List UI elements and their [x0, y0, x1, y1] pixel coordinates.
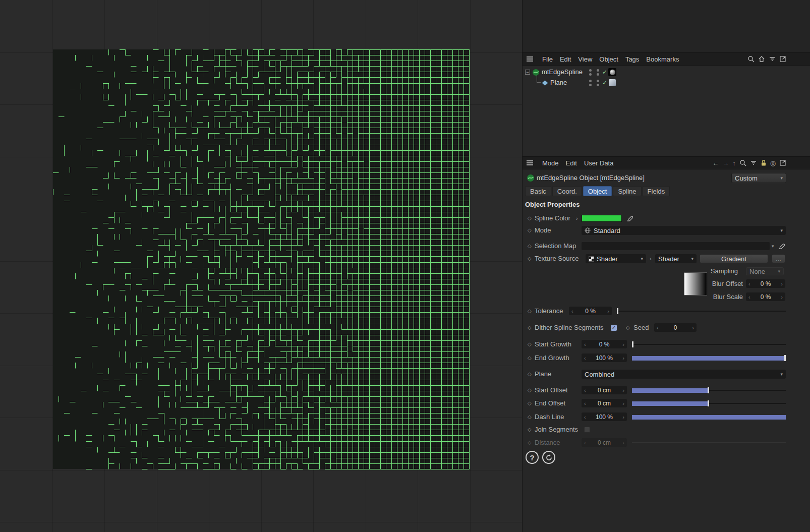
- spin-increment-icon[interactable]: ›: [607, 308, 609, 314]
- tolerance-slider[interactable]: [617, 307, 786, 316]
- spin-decrement-icon[interactable]: ‹: [584, 400, 586, 406]
- tab-coord[interactable]: Coord.: [552, 186, 582, 196]
- spline-color-swatch[interactable]: [582, 215, 622, 222]
- am-menu-userdata[interactable]: User Data: [584, 159, 614, 167]
- tab-object[interactable]: Object: [583, 186, 612, 196]
- tree-label[interactable]: Plane: [550, 78, 567, 88]
- selection-map-input[interactable]: [582, 242, 770, 250]
- spin-decrement-icon[interactable]: ‹: [584, 341, 586, 347]
- join-segments-checkbox[interactable]: [584, 427, 590, 433]
- expand-arrow-icon[interactable]: ›: [650, 254, 652, 263]
- texture-tag-icon[interactable]: [608, 68, 616, 76]
- om-menu-file[interactable]: File: [542, 55, 553, 63]
- reset-button[interactable]: [542, 451, 555, 464]
- history-back-icon[interactable]: ←: [712, 159, 719, 167]
- slider-handle[interactable]: [708, 400, 709, 406]
- parent-up-icon[interactable]: ↑: [732, 159, 736, 167]
- spin-decrement-icon[interactable]: ‹: [748, 294, 750, 300]
- spin-increment-icon[interactable]: ›: [692, 325, 694, 331]
- om-menu-view[interactable]: View: [578, 55, 592, 63]
- om-menu-tags[interactable]: Tags: [625, 55, 639, 63]
- blur-offset-field[interactable]: ‹ 0 % ›: [746, 279, 785, 288]
- om-menu-edit[interactable]: Edit: [560, 55, 571, 63]
- slider-handle[interactable]: [617, 308, 618, 314]
- chevron-down-icon[interactable]: ▾: [772, 244, 774, 249]
- new-window-icon[interactable]: [779, 55, 786, 63]
- end-growth-slider[interactable]: [632, 353, 786, 363]
- om-menu-bookmarks[interactable]: Bookmarks: [646, 55, 679, 63]
- eyedropper-icon[interactable]: [779, 243, 786, 250]
- end-growth-field[interactable]: ‹ 100 % ›: [582, 353, 627, 362]
- slider-handle[interactable]: [708, 387, 709, 393]
- dither-checkbox[interactable]: ✓: [611, 325, 617, 331]
- blur-scale-field[interactable]: ‹ 0 % ›: [746, 292, 785, 301]
- spin-decrement-icon[interactable]: ‹: [657, 325, 659, 331]
- slider-handle[interactable]: [632, 341, 633, 347]
- tree-row-mtedgespline[interactable]: − mtEdgeSpline ✓: [523, 67, 810, 77]
- new-window-icon[interactable]: [779, 159, 786, 166]
- home-icon[interactable]: [758, 55, 765, 63]
- visibility-dots-render[interactable]: [597, 69, 599, 76]
- spin-increment-icon[interactable]: ›: [622, 400, 624, 406]
- tree-row-plane[interactable]: Plane ✓: [523, 78, 810, 88]
- eyedropper-icon[interactable]: [627, 215, 634, 222]
- tree-expand-icon[interactable]: −: [525, 70, 530, 75]
- start-offset-slider[interactable]: [632, 386, 786, 395]
- am-menu-edit[interactable]: Edit: [566, 159, 577, 167]
- enable-check-icon[interactable]: ✓: [602, 78, 607, 88]
- spin-decrement-icon[interactable]: ‹: [584, 387, 586, 393]
- expand-arrow-icon[interactable]: ›: [576, 214, 578, 223]
- chevron-down-icon: ▾: [641, 256, 643, 261]
- plane-dropdown[interactable]: Combined ▾: [582, 370, 786, 379]
- spin-increment-icon[interactable]: ›: [781, 281, 783, 287]
- start-growth-slider[interactable]: [632, 340, 786, 349]
- dash-line-field[interactable]: ‹ 100 % ›: [582, 412, 627, 421]
- more-button[interactable]: ...: [772, 254, 785, 263]
- search-icon[interactable]: [747, 55, 755, 63]
- filter-icon[interactable]: [769, 55, 776, 63]
- help-button[interactable]: ?: [526, 451, 539, 464]
- gradient-button[interactable]: Gradient: [700, 254, 768, 263]
- history-forward-icon[interactable]: →: [722, 159, 729, 167]
- texture-source-type-dropdown[interactable]: Shader ▾: [586, 254, 646, 263]
- tab-basic[interactable]: Basic: [525, 186, 551, 196]
- phong-tag-icon[interactable]: [609, 79, 616, 86]
- end-offset-slider[interactable]: [632, 399, 786, 408]
- sampling-dropdown[interactable]: None ▾: [746, 267, 784, 275]
- tolerance-field[interactable]: ‹ 0 % ›: [569, 307, 612, 315]
- spin-decrement-icon[interactable]: ‹: [584, 414, 586, 420]
- panel-menu-icon[interactable]: [527, 160, 533, 165]
- mode-dropdown[interactable]: Standard ▾: [582, 226, 786, 235]
- tree-label[interactable]: mtEdgeSpline: [542, 67, 583, 77]
- preset-dropdown[interactable]: Custom ▾: [731, 173, 786, 183]
- start-offset-field[interactable]: ‹ 0 cm ›: [582, 386, 627, 394]
- visibility-dots-render[interactable]: [597, 80, 599, 86]
- viewport-canvas[interactable]: [0, 0, 522, 532]
- spin-decrement-icon[interactable]: ‹: [571, 308, 573, 314]
- spin-decrement-icon[interactable]: ‹: [584, 355, 586, 361]
- shader-dropdown[interactable]: Shader ▾: [655, 254, 697, 263]
- start-growth-field[interactable]: ‹ 0 % ›: [582, 340, 627, 348]
- enable-check-icon[interactable]: ✓: [602, 67, 607, 77]
- slider-handle[interactable]: [784, 355, 786, 361]
- spin-increment-icon[interactable]: ›: [622, 341, 624, 347]
- seed-field[interactable]: ‹ 0 ›: [654, 323, 697, 332]
- dash-line-slider[interactable]: [632, 412, 786, 422]
- spin-increment-icon[interactable]: ›: [622, 355, 624, 361]
- focus-icon[interactable]: ◎: [770, 159, 776, 167]
- om-menu-object[interactable]: Object: [599, 55, 618, 63]
- am-menu-mode[interactable]: Mode: [542, 159, 559, 167]
- visibility-dots-editor[interactable]: [589, 69, 592, 76]
- panel-menu-icon[interactable]: [527, 56, 533, 62]
- filter-icon[interactable]: [750, 159, 757, 166]
- spin-increment-icon[interactable]: ›: [622, 387, 624, 393]
- spin-increment-icon[interactable]: ›: [781, 294, 783, 300]
- spin-decrement-icon[interactable]: ‹: [748, 281, 750, 287]
- tab-fields[interactable]: Fields: [643, 186, 670, 196]
- spin-increment-icon[interactable]: ›: [622, 414, 624, 420]
- end-offset-field[interactable]: ‹ 0 cm ›: [582, 399, 627, 407]
- lock-icon[interactable]: [761, 159, 767, 166]
- visibility-dots-editor[interactable]: [589, 80, 592, 86]
- tab-spline[interactable]: Spline: [613, 186, 641, 196]
- search-icon[interactable]: [739, 159, 746, 166]
